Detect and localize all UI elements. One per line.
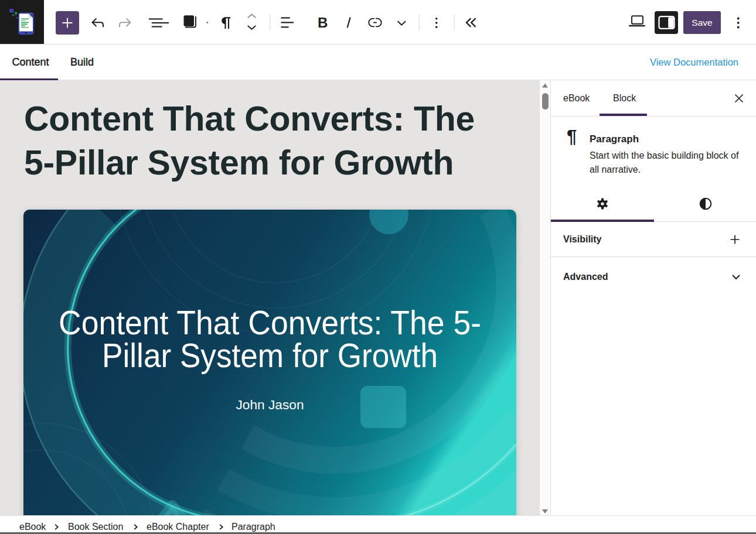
svg-text:John Jason: John Jason <box>236 398 304 412</box>
svg-text:Pillar System for Growth: Pillar System for Growth <box>102 337 438 374</box>
svg-text:B: B <box>318 15 328 30</box>
svg-text:Content That Converts: The 5-: Content That Converts: The 5- <box>59 304 481 341</box>
